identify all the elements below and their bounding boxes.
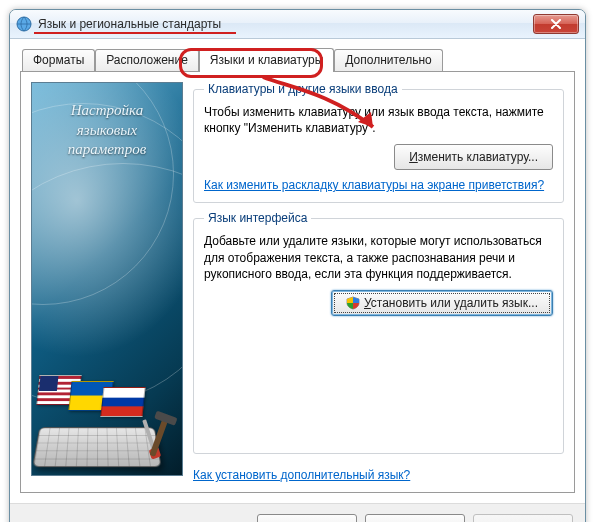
region-language-dialog: Язык и региональные стандарты Форматы Ра… xyxy=(9,9,586,522)
apply-button[interactable]: Применить xyxy=(473,514,573,522)
install-lang-label: становить или удалить язык... xyxy=(371,296,538,310)
tab-location[interactable]: Расположение xyxy=(95,49,199,71)
change-keyboard-label: зменить клавиатуру... xyxy=(418,150,538,164)
close-button[interactable] xyxy=(533,14,579,34)
tab-formats[interactable]: Форматы xyxy=(22,49,95,71)
tools-icon xyxy=(142,413,176,461)
group-keyboards: Клавиатуры и другие языки ввода Чтобы из… xyxy=(193,82,564,203)
group-keyboards-legend: Клавиатуры и другие языки ввода xyxy=(204,82,402,96)
install-uninstall-language-button[interactable]: Установить или удалить язык... xyxy=(331,290,553,316)
cancel-button[interactable]: Отмена xyxy=(365,514,465,522)
titlebar: Язык и региональные стандарты xyxy=(10,10,585,39)
group-interface-language: Язык интерфейса Добавьте или удалите язы… xyxy=(193,211,564,454)
tab-page: Настройка языковых параметров Клавиатуры xyxy=(20,71,575,493)
tab-advanced[interactable]: Дополнительно xyxy=(334,49,442,71)
ok-button[interactable]: ОК xyxy=(257,514,357,522)
flag-ru-icon xyxy=(100,387,145,417)
tab-keyboards[interactable]: Языки и клавиатуры xyxy=(199,48,334,72)
change-keyboard-accel: И xyxy=(409,150,418,164)
annotation-underline xyxy=(34,32,236,34)
install-lang-accel: У xyxy=(364,296,371,310)
group-keyboards-desc: Чтобы изменить клавиатуру или язык ввода… xyxy=(204,104,553,136)
tabstrip: Форматы Расположение Языки и клавиатуры … xyxy=(22,47,575,71)
window-title: Язык и региональные стандарты xyxy=(38,17,533,31)
change-keyboard-button[interactable]: Изменить клавиатуру... xyxy=(394,144,553,170)
client-area: Форматы Расположение Языки и клавиатуры … xyxy=(10,39,585,503)
install-additional-language-link[interactable]: Как установить дополнительный язык? xyxy=(193,468,410,482)
sidebar-heading: Настройка языковых параметров xyxy=(32,101,182,160)
sidebar-line1: Настройка xyxy=(32,101,182,121)
dialog-button-row: ОК Отмена Применить xyxy=(10,503,585,522)
group-interface-legend: Язык интерфейса xyxy=(204,211,311,225)
globe-icon xyxy=(16,16,32,32)
flags-illustration xyxy=(38,375,144,417)
close-icon xyxy=(550,19,562,29)
sidebar-line3: параметров xyxy=(32,140,182,160)
sidebar-line2: языковых xyxy=(32,121,182,141)
uac-shield-icon xyxy=(346,296,360,310)
content-column: Клавиатуры и другие языки ввода Чтобы из… xyxy=(193,82,564,482)
keyboard-layout-help-link[interactable]: Как изменить раскладку клавиатуры на экр… xyxy=(204,178,544,192)
group-interface-desc: Добавьте или удалите языки, которые могу… xyxy=(204,233,553,282)
sidebar-banner: Настройка языковых параметров xyxy=(31,82,183,476)
